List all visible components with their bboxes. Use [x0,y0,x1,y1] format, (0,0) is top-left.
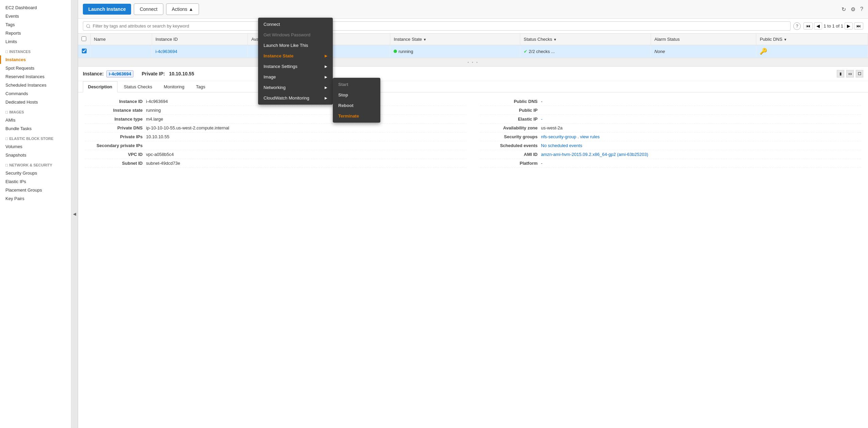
table-row[interactable]: i-4c963694running✔2/2 checks ...None 🔑 [78,45,868,58]
sidebar-item-spot-requests[interactable]: Spot Requests [0,64,71,72]
scheduled-events-link[interactable]: No scheduled events [541,143,582,148]
table-header-2[interactable]: Instance ID [152,34,248,45]
detail-value: - [541,117,542,122]
detail-label: Private IPs [85,134,146,139]
security-group-link[interactable]: nfs-security-group [541,134,576,139]
submenu-item-stop[interactable]: Stop [333,90,380,100]
row-alarm-status: None [651,45,756,58]
menu-item-cloudwatch[interactable]: CloudWatch Monitoring▶ [258,93,333,103]
detail-icon-1[interactable]: ▮ [837,70,844,77]
detail-label: Subnet ID [85,161,146,166]
connect-button[interactable]: Connect [134,3,163,15]
actions-button[interactable]: Actions ▲ [166,3,199,15]
sidebar-item-limits[interactable]: Limits [0,37,71,46]
detail-label: Secondary private IPs [85,143,146,148]
submenu-item-terminate[interactable]: Terminate [333,111,380,121]
private-ip-value: 10.10.10.55 [169,71,194,76]
actions-dropdown-menu: ConnectGet Windows PasswordLaunch More L… [258,18,333,105]
section-collapse-icon[interactable]: □ [5,49,8,54]
menu-item-instance-state[interactable]: Instance State▶StartStopRebootTerminate [258,51,333,61]
sidebar-item-scheduled-instances[interactable]: Scheduled Instances [0,81,71,89]
sidebar-item-key-pairs[interactable]: Key Pairs [0,194,71,203]
section-collapse-icon[interactable]: □ [5,110,8,114]
detail-value: 10.10.10.55 [146,134,169,139]
sidebar-item-commands[interactable]: Commands [0,89,71,98]
detail-label: VPC ID [85,152,146,157]
sidebar-item-elastic-ips[interactable]: Elastic IPs [0,177,71,186]
sidebar-item-tags[interactable]: Tags [0,20,71,29]
sidebar-item-reserved-instances[interactable]: Reserved Instances [0,72,71,81]
sidebar-item-bundle-tasks[interactable]: Bundle Tasks [0,124,71,133]
detail-label: Instance state [85,108,146,113]
menu-item-instance-settings[interactable]: Instance Settings▶ [258,61,333,72]
detail-panel: Instance: i-4c963694 Private IP: 10.10.1… [78,66,868,428]
detail-content: Instance ID i-4c963694Instance state run… [78,92,868,173]
row-public-dns: 🔑 [756,45,868,58]
detail-label: Public DNS [480,99,541,104]
sidebar-collapse-arrow[interactable]: ◀ [71,0,78,428]
filter-help-icon[interactable]: ? [793,22,801,30]
detail-label: Instance ID [85,99,146,104]
instance-table: NameInstance IDAvailability Zone ▼Instan… [78,34,868,58]
detail-label: Security groups [480,134,541,139]
section-collapse-icon[interactable]: □ [5,136,8,141]
sidebar-item-events[interactable]: Events [0,12,71,20]
help-icon[interactable]: ? [860,6,863,12]
sidebar-item-instances[interactable]: Instances [0,55,71,64]
table-header-5[interactable]: Status Checks ▼ [520,34,651,45]
sidebar-item-reports[interactable]: Reports [0,29,71,37]
menu-item-launch-more[interactable]: Launch More Like This [258,40,333,51]
menu-item-networking[interactable]: Networking▶ [258,82,333,93]
panel-separator[interactable]: • • • [78,58,868,66]
pagination-next-button[interactable]: ▶ [845,22,853,30]
detail-icon-3[interactable]: ☐ [856,70,863,77]
pagination-prev-button[interactable]: ◀ [814,22,822,30]
elastic-ip-link[interactable]: - [541,117,542,122]
view-rules-link[interactable]: view rules [580,134,600,139]
submenu-item-start: Start [333,79,380,90]
detail-row-ami-id: AMI ID amzn-ami-hvm-2015.09.2.x86_64-gp2… [480,150,861,159]
sidebar-item-placement-groups[interactable]: Placement Groups [0,186,71,194]
table-header-6[interactable]: Alarm Status [651,34,756,45]
detail-icon-2[interactable]: ▭ [846,70,854,77]
menu-item-image[interactable]: Image▶ [258,72,333,82]
section-collapse-icon[interactable]: □ [5,163,8,167]
row-state: running [390,45,520,58]
refresh-icon[interactable]: ↻ [842,6,846,13]
detail-label: Instance type [85,117,146,122]
row-checkbox[interactable] [82,49,87,53]
table-header-7[interactable]: Public DNS ▼ [756,34,868,45]
pagination-last-button[interactable]: ⏭ [854,22,863,30]
detail-tab-monitoring[interactable]: Monitoring [159,81,189,92]
toolbar-right-icons: ↻ ⚙ ? [842,6,863,13]
detail-row-platform: Platform - [480,159,861,168]
pagination-first-button[interactable]: ⏮ [803,22,813,30]
ami-id-link[interactable]: amzn-ami-hvm-2015.09.2.x86_64-gp2 (ami-6… [541,152,648,157]
sidebar-item-snapshots[interactable]: Snapshots [0,151,71,159]
detail-row-security-groups: Security groups nfs-security-group . vie… [480,132,861,141]
detail-value: nfs-security-group . view rules [541,134,600,139]
sidebar-item-security-groups[interactable]: Security Groups [0,169,71,177]
detail-tab-description[interactable]: Description [83,81,117,92]
sidebar-item-ec2-dashboard[interactable]: EC2 Dashboard [0,3,71,12]
gear-icon[interactable]: ⚙ [851,6,855,13]
table-header-1[interactable]: Name [90,34,152,45]
submenu-item-reboot[interactable]: Reboot [333,100,380,111]
detail-label: Public IP [480,108,541,113]
detail-value: i-4c963694 [146,99,168,104]
detail-row-secondary-private-ips: Secondary private IPs [85,141,466,150]
detail-row-availability-zone: Availability zone us-west-2a [480,124,861,132]
sidebar-item-dedicated-hosts[interactable]: Dedicated Hosts [0,98,71,106]
detail-tab-status-checks[interactable]: Status Checks [119,81,158,92]
table-header-0[interactable] [78,34,90,45]
row-checkbox-cell [78,45,90,58]
filter-input[interactable] [83,21,791,31]
detail-tab-tags[interactable]: Tags [191,81,210,92]
detail-label: Elastic IP [480,117,541,122]
sidebar-item-volumes[interactable]: Volumes [0,142,71,151]
table-header-4[interactable]: Instance State ▼ [390,34,520,45]
launch-instance-button[interactable]: Launch Instance [83,4,131,15]
menu-item-connect[interactable]: Connect [258,19,333,30]
sidebar-item-amis[interactable]: AMIs [0,116,71,124]
select-all-checkbox[interactable] [82,36,86,41]
